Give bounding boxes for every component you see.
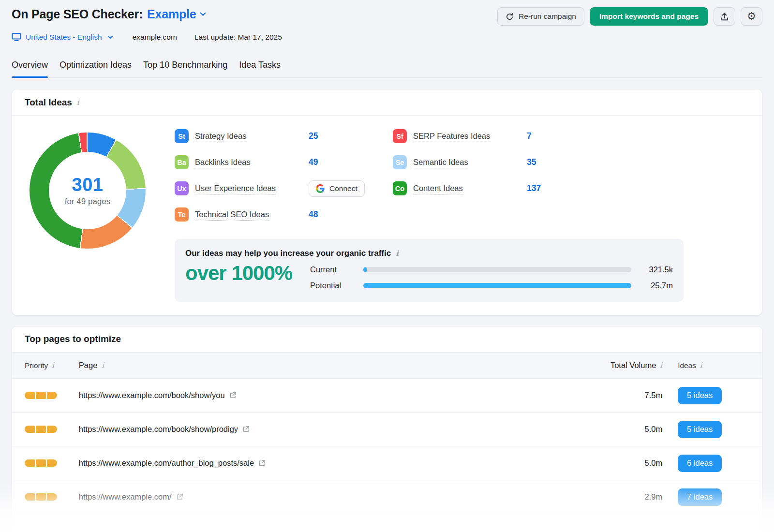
external-link-icon[interactable] [258,459,266,467]
serp-features-ideas-count[interactable]: 7 [527,131,532,141]
backlinks-badge-icon: Ba [175,155,189,169]
total-ideas-title: Total Ideas [25,97,72,108]
page-url: https://www.example.com/book/show/prodig… [79,425,238,434]
semantic-ideas-count[interactable]: 35 [527,157,536,167]
campaign-meta-row: United States - English example.com Last… [12,32,762,42]
total-volume-value: 2.9m [575,492,662,502]
info-icon[interactable]: i [77,99,79,106]
table-row: https://www.example.com/book/show/prodig… [12,413,762,446]
priority-indicator [25,459,57,467]
priority-indicator [25,426,57,433]
technical-seo-ideas-count[interactable]: 48 [309,209,318,220]
ideas-count-button[interactable]: 6 ideas [678,455,722,472]
backlinks-ideas-link[interactable]: Backlinks Ideas [195,158,251,168]
potential-traffic-bar-fill [363,283,631,288]
idea-categories-right: Sf SERP Features Ideas 7 Se Semantic Ide… [393,128,611,207]
report-tabs: Overview Optimization Ideas Top 10 Bench… [12,55,762,78]
donut-center-label: 301 for 49 pages [30,133,146,249]
priority-column-header: Priority [25,361,48,370]
priority-pill [47,426,57,433]
info-icon[interactable]: i [102,362,104,369]
strategy-ideas-count[interactable]: 25 [309,131,318,141]
campaign-name: Example [147,7,196,21]
page-url: https://www.example.com/book/show/you [79,391,225,400]
total-ideas-card: Total Ideas i 301 for 49 pages St Strate… [12,89,762,315]
import-keywords-label: Import keywords and pages [599,12,699,21]
category-row-strategy: St Strategy Ideas 25 [175,128,393,144]
google-connect-label: Connect [329,184,357,193]
priority-pill [47,493,57,501]
ideas-count-button[interactable]: 7 ideas [678,488,722,506]
external-link-icon[interactable] [229,392,237,399]
info-icon[interactable]: i [700,362,702,369]
tab-overview[interactable]: Overview [12,55,48,77]
current-traffic-value: 321.5k [638,265,673,274]
backlinks-ideas-count[interactable]: 49 [309,157,318,167]
external-link-icon[interactable] [242,426,250,433]
category-row-serp-features: Sf SERP Features Ideas 7 [393,128,611,144]
locale-selector[interactable]: United States - English [12,32,113,42]
total-ideas-donut: 301 for 49 pages [30,133,146,249]
last-update-text: Last update: Mar 17, 2025 [194,33,282,42]
priority-pill [47,459,57,467]
total-ideas-pages: for 49 pages [65,197,111,207]
priority-indicator [25,493,57,501]
total-volume-column-header: Total Volume [610,361,656,370]
category-row-user-experience: Ux User Experience Ideas Connect [175,180,393,196]
category-row-technical-seo: Te Technical SEO Ideas 48 [175,207,393,222]
rerun-campaign-label: Re-run campaign [519,12,576,21]
strategy-ideas-link[interactable]: Strategy Ideas [195,132,246,142]
on-page-seo-checker-page: On Page SEO Checker: Example Re-run camp… [0,0,774,532]
top-pages-table-header: Priority i Page i Total Volume i Ideas i [12,352,762,379]
priority-pill [25,459,35,467]
potential-traffic-row: Potential 25.7m [310,281,673,290]
user-experience-ideas-link[interactable]: User Experience Ideas [195,184,276,194]
external-link-icon[interactable] [176,493,183,501]
tab-top-10-benchmarking[interactable]: Top 10 Benchmarking [143,55,227,77]
settings-button[interactable]: ⚙ [741,7,762,26]
priority-pill [36,392,46,399]
technical-seo-ideas-link[interactable]: Technical SEO Ideas [195,210,269,221]
content-badge-icon: Co [393,181,407,195]
table-row: https://www.example.com/author_blog_post… [12,446,762,480]
top-pages-card: Top pages to optimize Priority i Page i … [12,326,762,532]
content-ideas-link[interactable]: Content Ideas [413,184,463,194]
export-button[interactable] [714,7,735,26]
campaign-selector[interactable]: Example [147,7,206,21]
semantic-badge-icon: Se [393,155,407,169]
current-traffic-label: Current [310,265,363,274]
semantic-ideas-link[interactable]: Semantic Ideas [413,158,468,168]
category-row-backlinks: Ba Backlinks Ideas 49 [175,154,393,170]
traffic-bars: Current 321.5k Potential 25.7m [310,265,673,290]
priority-pill [25,493,35,501]
google-connect-button[interactable]: Connect [309,180,365,197]
page-title: On Page SEO Checker: Example [12,7,206,21]
total-volume-value: 5.0m [575,458,662,468]
tab-idea-tasks[interactable]: Idea Tasks [239,55,281,77]
info-icon[interactable]: i [660,362,662,369]
organic-traffic-panel: Our ideas may help you increase your org… [175,239,684,302]
user-experience-badge-icon: Ux [175,181,189,195]
tab-optimization-ideas[interactable]: Optimization Ideas [60,55,132,77]
total-volume-value: 7.5m [575,391,662,400]
serp-features-ideas-link[interactable]: SERP Features Ideas [413,132,490,142]
import-keywords-button[interactable]: Import keywords and pages [590,7,708,26]
priority-indicator [25,392,57,399]
ideas-count-button[interactable]: 5 ideas [678,387,722,404]
content-ideas-count[interactable]: 137 [527,183,541,193]
priority-pill [36,426,46,433]
gear-icon: ⚙ [747,11,757,22]
technical-seo-badge-icon: Te [175,207,189,222]
priority-pill [36,493,46,501]
current-traffic-bar-fill [363,267,367,272]
rerun-campaign-button[interactable]: Re-run campaign [497,7,584,26]
page-url: https://www.example.com/author_blog_post… [79,458,254,468]
info-icon[interactable]: i [52,362,54,369]
priority-pill [25,392,35,399]
ideas-count-button[interactable]: 5 ideas [678,421,722,438]
page-column-header: Page [79,361,98,370]
priority-pill [47,392,57,399]
google-logo-icon [316,184,325,193]
info-icon[interactable]: i [396,250,399,257]
table-row: https://www.example.com/ 2.9m 7 ideas [12,480,762,514]
